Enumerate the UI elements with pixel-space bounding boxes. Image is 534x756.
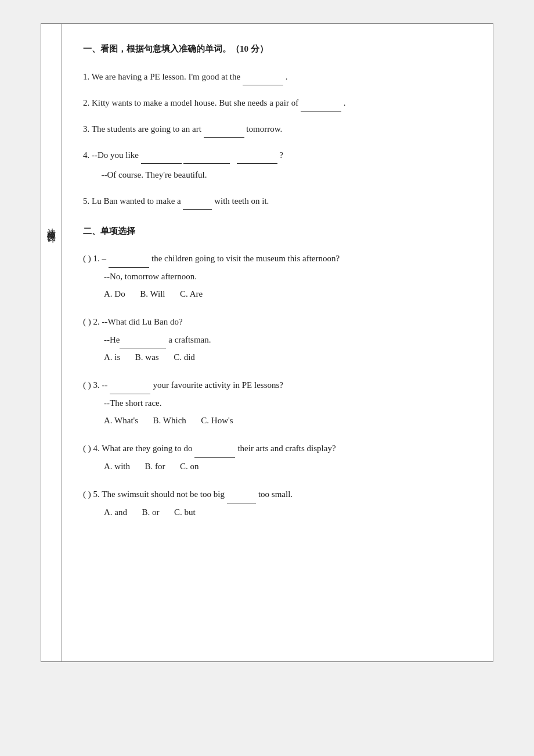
section1-title: 一、看图，根据句意填入准确的单词。（10 分） [83, 41, 472, 57]
mc-q4-text: their arts and crafts display? [237, 440, 335, 457]
q4-text-before: 4. --Do you like [83, 150, 139, 160]
mc-q2-answer: --He a craftsman. [83, 330, 472, 348]
mc-q5-optB: B. or [142, 507, 160, 517]
mc-q1-optB: B. Will [140, 289, 165, 298]
mc-q1-answer: --No, tomorrow afternoon. [83, 268, 472, 285]
mc-q4-optC: C. on [180, 462, 199, 471]
q3-text-before: 3. The students are going to an art [83, 124, 201, 134]
q1-text-after: . [286, 72, 288, 81]
q4-text-after: ? [279, 150, 283, 160]
mc-q5-blank [227, 485, 256, 503]
mc-q2-blank [120, 330, 166, 348]
q3-blank [204, 120, 244, 138]
q2-blank [301, 93, 341, 111]
mc-q1: ( ) 1. – the children going to visit the… [83, 250, 472, 303]
mc-q5-optA: A. and [104, 507, 127, 517]
mc-q4-options: A. with B. for C. on [83, 458, 472, 475]
mc-q5: ( ) 5. The swimsuit should not be too bi… [83, 485, 472, 521]
mc-q2-optA: A. is [104, 352, 120, 362]
mc-q2-options: A. is B. was C. did [83, 348, 472, 366]
mc-q1-optA: A. Do [104, 289, 125, 298]
mc-q2-optB: B. was [135, 352, 159, 362]
q2-text-before: 2. Kitty wants to make a model house. Bu… [83, 98, 298, 107]
mc-q4-paren: ( ) 4. What are they going to do [83, 440, 192, 457]
page-wrapper: 达标检测设计 一、看图，根据句意填入准确的单词。（10 分） 1. We are… [41, 23, 493, 662]
mc-q3-optB: B. Which [153, 416, 186, 425]
mc-q3-answer: --The short race. [83, 394, 472, 412]
mc-q3-optC: C. How's [201, 416, 233, 425]
mc-q4-optA: A. with [104, 462, 130, 471]
section2-title: 二、单项选择 [83, 224, 472, 239]
mc-q5-paren: ( ) 5. The swimsuit should not be too bi… [83, 485, 225, 503]
mc-q2-optC: C. did [174, 352, 195, 362]
q4-blank2 [183, 146, 230, 164]
mc-q3-text: your favourite activity in PE lessons? [153, 376, 283, 394]
q5-blank [183, 192, 212, 210]
mc-q1-text: the children going to visit the museum t… [151, 250, 340, 267]
section1-q3: 3. The students are going to an art tomo… [83, 120, 472, 138]
q4-sub-answer: --Of course. They're beautiful. [83, 166, 472, 183]
q1-blank [243, 67, 283, 85]
mc-q4: ( ) 4. What are they going to do their a… [83, 440, 472, 475]
q5-text-after: with teeth on it. [214, 196, 269, 206]
mc-q3: ( ) 3. -- your favourite activity in PE … [83, 376, 472, 429]
section1-q5: 5. Lu Ban wanted to make a with teeth on… [83, 192, 472, 210]
mc-q5-options: A. and B. or C. but [83, 503, 472, 521]
q3-text-after: tomorrow. [246, 124, 282, 134]
mc-q4-optB: B. for [145, 462, 165, 471]
mc-q3-paren: ( ) 3. -- [83, 376, 107, 394]
mc-q1-blank [109, 250, 149, 268]
mc-q1-optC: C. Are [180, 289, 203, 298]
mc-q1-paren: ( ) 1. – [83, 250, 106, 267]
mc-q2-paren: ( ) 2. --What did Lu Ban do? [83, 313, 183, 330]
mc-q5-optC: C. but [174, 507, 196, 517]
q4-blank3 [237, 146, 277, 164]
mc-q2: ( ) 2. --What did Lu Ban do? --He a craf… [83, 313, 472, 366]
main-content: 一、看图，根据句意填入准确的单词。（10 分） 1. We are having… [62, 24, 493, 661]
mc-q1-options: A. Do B. Will C. Are [83, 285, 472, 303]
sidebar-text: 达标检测设计 [46, 221, 57, 228]
section1-q4: 4. --Do you like ? --Of course. They're … [83, 146, 472, 183]
q5-text-before: 5. Lu Ban wanted to make a [83, 196, 181, 206]
q1-text-before: 1. We are having a PE lesson. I'm good a… [83, 72, 240, 81]
mc-q3-optA: A. What's [104, 416, 138, 425]
mc-q4-blank [194, 440, 235, 458]
q2-text-after: . [344, 98, 346, 107]
mc-q3-blank [110, 376, 150, 394]
section1-q1: 1. We are having a PE lesson. I'm good a… [83, 67, 472, 85]
mc-q3-options: A. What's B. Which C. How's [83, 412, 472, 429]
q4-blank1 [141, 146, 182, 164]
mc-q5-text: too small. [258, 485, 293, 503]
sidebar: 达标检测设计 [41, 24, 62, 661]
section1-q2: 2. Kitty wants to make a model house. Bu… [83, 93, 472, 111]
